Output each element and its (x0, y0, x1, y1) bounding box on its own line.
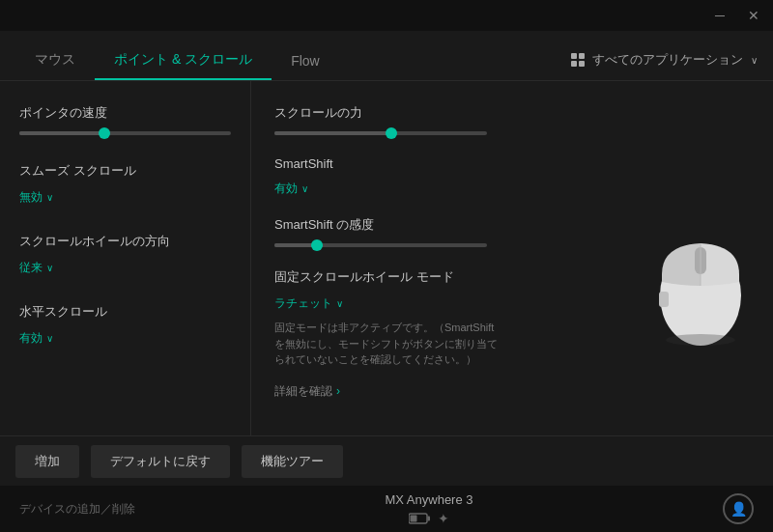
app-selector-label: すべてのアプリケーション (592, 51, 743, 69)
smartshift-setting: SmartShift 有効 ∨ (274, 156, 750, 197)
svg-rect-3 (659, 292, 669, 307)
fixed-mode-description: 固定モードは非アクティブです。（SmartShift を無効にし、モードシフトが… (274, 320, 506, 368)
device-info: MX Anywhere 3 ✦ (135, 492, 723, 526)
smartshift-value[interactable]: 有効 ∨ (274, 181, 750, 197)
title-bar: ─ ✕ (0, 0, 773, 31)
mouse-image (638, 226, 763, 355)
svg-rect-6 (428, 516, 431, 520)
pointer-speed-slider[interactable] (19, 131, 231, 135)
bottom-buttons: 増加 デフォルトに戻す 機能ツアー (0, 435, 773, 486)
tab-mouse[interactable]: マウス (15, 42, 95, 80)
arrow-icon: › (336, 384, 340, 398)
chevron-down-icon: ∨ (751, 55, 758, 66)
battery-icon (409, 513, 430, 524)
svg-rect-7 (411, 515, 417, 521)
grid-icon (571, 53, 585, 67)
tour-button[interactable]: 機能ツアー (242, 445, 343, 478)
svg-point-4 (666, 334, 735, 346)
reset-button[interactable]: デフォルトに戻す (91, 445, 230, 478)
scroll-direction-setting: スクロールホイールの方向 従来 ∨ (19, 233, 231, 276)
right-panel: スクロールの力 SmartShift 有効 ∨ SmartShift の感度 (251, 81, 773, 435)
bluetooth-icon: ✦ (438, 511, 449, 526)
tab-flow[interactable]: Flow (272, 43, 339, 80)
pointer-speed-fill (19, 131, 104, 135)
close-button[interactable]: ✕ (742, 6, 765, 25)
scroll-force-thumb[interactable] (386, 127, 397, 139)
add-remove-device[interactable]: デバイスの追加／削除 (19, 501, 135, 518)
footer: デバイスの追加／削除 MX Anywhere 3 ✦ 👤 (0, 486, 773, 532)
scroll-direction-value[interactable]: 従来 ∨ (19, 260, 231, 276)
tab-point-scroll[interactable]: ポイント & スクロール (95, 42, 272, 80)
scroll-direction-label: スクロールホイールの方向 (19, 233, 231, 250)
smartshift-sensitivity-slider[interactable] (274, 243, 487, 247)
scroll-force-slider[interactable] (274, 131, 487, 135)
tab-bar: マウス ポイント & スクロール Flow すべてのアプリケーション ∨ (0, 31, 773, 81)
profile-icon: 👤 (730, 501, 747, 517)
chevron-icon: ∨ (46, 192, 53, 203)
pointer-speed-label: ポインタの速度 (19, 104, 231, 122)
smartshift-label: SmartShift (274, 156, 750, 171)
pointer-speed-thumb[interactable] (99, 127, 110, 139)
app-selector[interactable]: すべてのアプリケーション ∨ (571, 51, 758, 80)
chevron-icon: ∨ (46, 263, 53, 273)
pointer-speed-setting: ポインタの速度 (19, 104, 231, 135)
details-link[interactable]: 詳細を確認 › (274, 383, 750, 400)
scroll-force-label: スクロールの力 (274, 104, 750, 122)
left-panel: ポインタの速度 スムーズ スクロール 無効 ∨ スクロールホイールの方向 従来 … (0, 81, 251, 435)
smooth-scroll-setting: スムーズ スクロール 無効 ∨ (19, 162, 231, 206)
scroll-force-setting: スクロールの力 (274, 104, 750, 135)
scroll-force-fill (274, 131, 391, 135)
increase-button[interactable]: 増加 (15, 445, 79, 478)
minimize-button[interactable]: ─ (709, 6, 730, 25)
device-icons: ✦ (409, 511, 449, 526)
profile-button[interactable]: 👤 (723, 493, 754, 524)
device-name: MX Anywhere 3 (385, 492, 472, 507)
main-content: ポインタの速度 スムーズ スクロール 無効 ∨ スクロールホイールの方向 従来 … (0, 81, 773, 435)
horizontal-scroll-label: 水平スクロール (19, 303, 231, 321)
horizontal-scroll-value[interactable]: 有効 ∨ (19, 330, 231, 347)
smooth-scroll-value[interactable]: 無効 ∨ (19, 189, 231, 206)
horizontal-scroll-setting: 水平スクロール 有効 ∨ (19, 303, 231, 347)
smooth-scroll-label: スムーズ スクロール (19, 162, 231, 180)
chevron-icon: ∨ (46, 333, 53, 344)
chevron-icon: ∨ (301, 183, 308, 194)
chevron-icon: ∨ (336, 298, 343, 309)
smartshift-sensitivity-thumb[interactable] (311, 239, 323, 251)
